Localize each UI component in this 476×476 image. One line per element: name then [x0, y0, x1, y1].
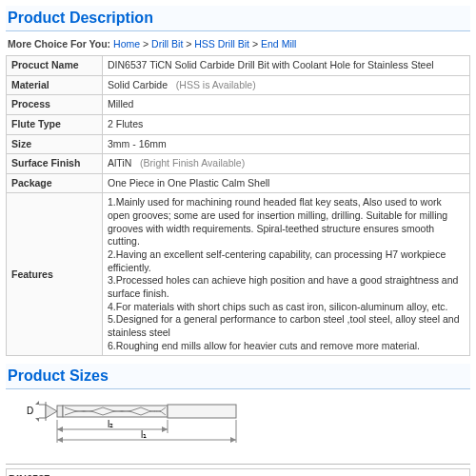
breadcrumb: More Choice For You: Home > Drill Bit > … [6, 35, 470, 55]
din-label: DIN6537 [6, 468, 470, 476]
spec-val-size: 3mm - 16mm [103, 134, 470, 154]
spec-key-name: Procuct Name [7, 56, 103, 76]
spec-val-surface-finish: AlTiN (Bright Finish Available) [103, 154, 470, 174]
breadcrumb-hss-drill-bit[interactable]: HSS Drill Bit [194, 38, 249, 50]
breadcrumb-end-mill[interactable]: End Mill [261, 38, 296, 50]
spec-val-flute: 2 Flutes [103, 114, 470, 134]
section-title-description: Product Description [6, 6, 470, 31]
spec-key-material: Material [7, 75, 103, 95]
spec-key-size: Size [7, 134, 103, 154]
spec-val-material: Solid Carbide (HSS is Available) [103, 75, 470, 95]
breadcrumb-sep: > [186, 38, 191, 50]
svg-marker-13 [57, 426, 63, 432]
spec-key-package: Package [7, 173, 103, 193]
drill-diagram: D l₂ l₁ [6, 393, 470, 465]
breadcrumb-home[interactable]: Home [113, 38, 140, 50]
section-title-sizes: Product Sizes [6, 364, 470, 389]
drill-diagram-svg: D l₂ l₁ [8, 397, 293, 456]
spec-key-flute: Flute Type [7, 114, 103, 134]
svg-marker-4 [35, 418, 39, 422]
breadcrumb-sep: > [252, 38, 258, 50]
spec-val-package: One Piece in One Plastic Calm Shell [103, 173, 470, 193]
svg-text:l₁: l₁ [141, 429, 147, 440]
svg-marker-18 [230, 437, 236, 443]
svg-text:D: D [27, 406, 33, 416]
breadcrumb-drill-bit[interactable]: Drill Bit [151, 38, 183, 50]
svg-marker-3 [35, 401, 39, 405]
breadcrumb-label: More Choice For You: [8, 38, 110, 50]
spec-val-name: DIN6537 TiCN Solid Carbide Drill Bit wit… [103, 56, 470, 76]
svg-text:l₂: l₂ [108, 419, 113, 429]
spec-key-features: Features [7, 193, 103, 356]
spec-val-features: 1.Mainly used for machining round headed… [103, 193, 470, 356]
spec-table: Procuct NameDIN6537 TiCN Solid Carbide D… [6, 55, 470, 356]
spec-val-process: Milled [103, 95, 470, 115]
svg-rect-6 [57, 406, 63, 417]
svg-rect-8 [168, 405, 236, 418]
svg-marker-17 [57, 437, 63, 443]
svg-marker-14 [162, 426, 168, 432]
breadcrumb-sep: > [143, 38, 149, 50]
spec-key-surface-finish: Surface Finish [7, 154, 103, 174]
spec-key-process: Process [7, 95, 103, 115]
